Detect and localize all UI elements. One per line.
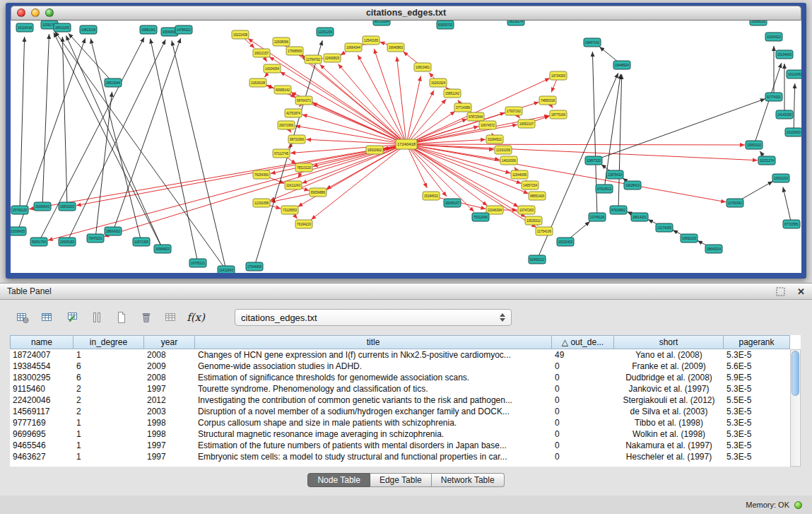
graph-node[interactable]: 37714389: [454, 103, 471, 112]
graph-node[interactable]: 26069543: [34, 202, 51, 211]
graph-node[interactable]: 10664344: [345, 43, 362, 52]
graph-node[interactable]: 81830703: [437, 21, 454, 29]
graph-node[interactable]: 98731566: [288, 135, 305, 144]
graph-edge[interactable]: [76, 144, 406, 206]
graph-node[interactable]: 15819203: [59, 202, 76, 211]
graph-node[interactable]: 15184532: [423, 192, 440, 200]
graph-edge[interactable]: [338, 64, 406, 144]
graph-edge[interactable]: [794, 83, 795, 132]
table-selector-combobox[interactable]: citations_edges.txt: [235, 309, 512, 326]
graph-node[interactable]: 73128553: [281, 206, 298, 214]
scrollbar-thumb[interactable]: [792, 351, 799, 396]
table-mode-icon[interactable]: [14, 310, 31, 325]
graph-node[interactable]: 21818108: [249, 78, 266, 87]
graph-edge[interactable]: [54, 33, 163, 249]
graph-node[interactable]: 67919513: [596, 185, 613, 193]
graph-edge[interactable]: [406, 76, 420, 144]
table-row[interactable]: 1456911722003Disruption of a novel membe…: [10, 406, 801, 417]
graph-node[interactable]: 74850318: [539, 96, 556, 105]
graph-node[interactable]: 99764371: [295, 96, 312, 105]
table-row[interactable]: 969969511998Structural magnetic resonanc…: [10, 428, 801, 440]
graph-edge[interactable]: [406, 144, 758, 160]
minimize-window-button[interactable]: [31, 8, 40, 17]
graph-node[interactable]: 17937162: [505, 107, 522, 115]
graph-node[interactable]: 26071956: [278, 121, 295, 129]
graph-node[interactable]: 31064521: [486, 135, 503, 144]
table-row[interactable]: 911546021997Tourette syndrome. Phenomeno…: [10, 383, 801, 395]
graph-node[interactable]: 16952107: [518, 119, 535, 128]
graph-node[interactable]: 11867320: [585, 156, 602, 165]
graph-node[interactable]: 16940863: [387, 43, 404, 52]
close-panel-icon[interactable]: ✕: [797, 286, 805, 297]
graph-node[interactable]: 18643014: [705, 245, 722, 253]
graph-edge[interactable]: [783, 187, 792, 224]
graph-node[interactable]: 92774301: [765, 93, 782, 101]
graph-node[interactable]: 15222438: [232, 30, 249, 39]
graph-edge[interactable]: [39, 37, 144, 242]
graph-node[interactable]: 97872544: [467, 112, 484, 121]
graph-node[interactable]: 10154322: [765, 33, 782, 41]
graph-edge[interactable]: [754, 63, 782, 145]
graph-node[interactable]: 16966823: [154, 245, 171, 253]
graph-node[interactable]: 18914201: [631, 213, 648, 221]
graph-node[interactable]: 13745126: [589, 213, 606, 221]
table-row[interactable]: 946362711997Embryonic stem cells: a mode…: [10, 451, 801, 462]
graph-edge[interactable]: [312, 103, 406, 144]
function-builder-icon[interactable]: f(x): [187, 310, 204, 325]
graph-node[interactable]: 16116418: [16, 23, 33, 32]
graph-node[interactable]: 12543165: [363, 36, 379, 45]
graph-node[interactable]: 97919862: [610, 206, 627, 214]
graph-node[interactable]: 78313120: [295, 163, 312, 172]
graph-edge[interactable]: [302, 56, 406, 144]
graph-node[interactable]: 14616306: [500, 156, 517, 165]
graph-node[interactable]: 13979410: [606, 170, 623, 179]
show-column-icon[interactable]: [39, 310, 56, 325]
graph-node-hub[interactable]: 17240418: [396, 139, 417, 149]
graph-node[interactable]: 10674572: [479, 121, 496, 129]
graph-node[interactable]: 92450212: [529, 255, 546, 264]
close-window-button[interactable]: [17, 8, 25, 17]
graph-node[interactable]: 18302902: [366, 146, 383, 154]
graph-node[interactable]: 11544095: [511, 170, 528, 179]
graph-node[interactable]: 16012157: [253, 49, 270, 57]
tab-edge-table[interactable]: Edge Table: [370, 473, 432, 487]
graph-node[interactable]: 14204054: [264, 64, 281, 73]
column-header-pagerank[interactable]: pagerank: [724, 335, 790, 349]
graph-node[interactable]: 15905183: [59, 238, 76, 246]
network-canvas[interactable]: 1522243822608096160121571756856912754702…: [11, 21, 801, 273]
graph-node[interactable]: 14957154: [522, 181, 539, 189]
graph-node[interactable]: 16813218: [80, 25, 97, 34]
graph-edge[interactable]: [55, 31, 226, 270]
column-width-icon[interactable]: [88, 310, 105, 325]
graph-edge[interactable]: [406, 144, 488, 206]
tab-network-table[interactable]: Network Table: [432, 473, 505, 487]
graph-edge[interactable]: [62, 37, 67, 206]
graph-edge[interactable]: [270, 144, 406, 201]
import-table-icon[interactable]: [64, 310, 81, 325]
graph-edge[interactable]: [374, 49, 406, 144]
graph-edge[interactable]: [594, 99, 765, 160]
graph-node[interactable]: 10110451: [787, 70, 801, 78]
graph-node[interactable]: 15104043: [776, 50, 793, 59]
graph-node[interactable]: 12671305: [133, 238, 150, 246]
graph-node[interactable]: 76194223: [295, 220, 312, 228]
graph-node[interactable]: 25769120: [11, 206, 28, 214]
graph-edge[interactable]: [172, 40, 226, 270]
graph-node[interactable]: 19448924: [613, 61, 630, 69]
graph-node[interactable]: 16581341: [140, 25, 157, 34]
graph-node[interactable]: 19467142: [584, 38, 601, 47]
graph-node[interactable]: 19028413: [624, 181, 641, 189]
graph-node[interactable]: 12760342: [726, 199, 743, 207]
network-canvas-svg[interactable]: 1522243822608096160121571756856912754702…: [11, 21, 801, 273]
table-row[interactable]: 1872400712008Changes of HCN gene express…: [10, 349, 801, 361]
graph-node[interactable]: 11754106: [536, 227, 553, 235]
graph-node[interactable]: 15851242: [444, 89, 461, 98]
graph-node[interactable]: 22400815: [324, 54, 341, 62]
graph-node[interactable]: 75312046: [472, 213, 489, 221]
table-row[interactable]: 946554611997Estimation of the future num…: [10, 440, 801, 451]
graph-node[interactable]: 15232403: [557, 238, 574, 246]
table-row[interactable]: 977716911998Corpus callosum shape and si…: [10, 417, 801, 428]
graph-node[interactable]: 73470231: [87, 234, 104, 243]
graph-node[interactable]: 18245107: [444, 199, 461, 207]
column-header-title[interactable]: title: [195, 335, 552, 349]
